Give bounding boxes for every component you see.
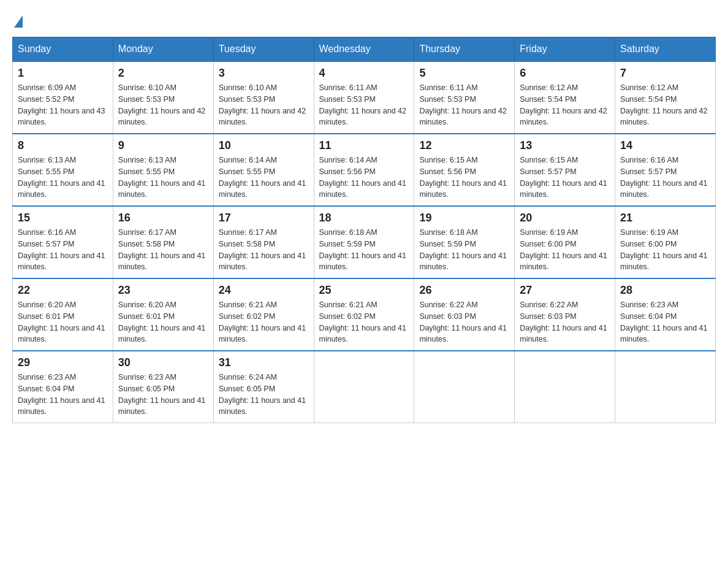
header-monday: Monday	[113, 37, 213, 62]
table-row: 23 Sunrise: 6:20 AMSunset: 6:01 PMDaylig…	[113, 278, 213, 351]
day-number: 30	[118, 356, 208, 369]
day-number: 5	[419, 67, 509, 80]
day-info: Sunrise: 6:15 AMSunset: 5:56 PMDaylight:…	[419, 155, 509, 201]
day-info: Sunrise: 6:18 AMSunset: 5:59 PMDaylight:…	[319, 227, 409, 273]
day-number: 13	[520, 139, 610, 152]
table-row: 5 Sunrise: 6:11 AMSunset: 5:53 PMDayligh…	[414, 61, 515, 134]
table-row: 12 Sunrise: 6:15 AMSunset: 5:56 PMDaylig…	[414, 134, 515, 206]
table-row: 17 Sunrise: 6:17 AMSunset: 5:58 PMDaylig…	[213, 206, 314, 278]
day-number: 19	[419, 212, 509, 224]
day-number: 3	[219, 67, 309, 80]
day-info: Sunrise: 6:24 AMSunset: 6:05 PMDaylight:…	[219, 372, 309, 418]
day-number: 25	[319, 284, 409, 297]
day-number: 14	[620, 139, 710, 152]
header-friday: Friday	[515, 37, 615, 62]
day-number: 20	[520, 212, 610, 224]
week-row-4: 22 Sunrise: 6:20 AMSunset: 6:01 PMDaylig…	[13, 278, 716, 351]
day-info: Sunrise: 6:16 AMSunset: 5:57 PMDaylight:…	[620, 155, 710, 201]
day-info: Sunrise: 6:12 AMSunset: 5:54 PMDaylight:…	[620, 82, 710, 128]
table-row: 27 Sunrise: 6:22 AMSunset: 6:03 PMDaylig…	[515, 278, 615, 351]
logo	[12, 12, 23, 25]
day-number: 23	[118, 284, 208, 297]
day-info: Sunrise: 6:13 AMSunset: 5:55 PMDaylight:…	[118, 155, 208, 201]
day-number: 29	[18, 356, 108, 369]
table-row: 31 Sunrise: 6:24 AMSunset: 6:05 PMDaylig…	[213, 351, 314, 423]
page-header	[12, 12, 716, 25]
day-number: 9	[118, 139, 208, 152]
day-info: Sunrise: 6:16 AMSunset: 5:57 PMDaylight:…	[18, 227, 108, 273]
day-info: Sunrise: 6:22 AMSunset: 6:03 PMDaylight:…	[419, 299, 509, 345]
day-info: Sunrise: 6:10 AMSunset: 5:53 PMDaylight:…	[118, 82, 208, 128]
day-info: Sunrise: 6:13 AMSunset: 5:55 PMDaylight:…	[18, 155, 108, 201]
day-info: Sunrise: 6:17 AMSunset: 5:58 PMDaylight:…	[118, 227, 208, 273]
header-tuesday: Tuesday	[213, 37, 314, 62]
day-info: Sunrise: 6:23 AMSunset: 6:05 PMDaylight:…	[118, 372, 208, 418]
table-row	[615, 351, 716, 423]
day-info: Sunrise: 6:10 AMSunset: 5:53 PMDaylight:…	[219, 82, 309, 128]
table-row: 2 Sunrise: 6:10 AMSunset: 5:53 PMDayligh…	[113, 61, 213, 134]
day-number: 26	[419, 284, 509, 297]
day-info: Sunrise: 6:14 AMSunset: 5:56 PMDaylight:…	[319, 155, 409, 201]
table-row: 29 Sunrise: 6:23 AMSunset: 6:04 PMDaylig…	[13, 351, 113, 423]
day-number: 10	[219, 139, 309, 152]
day-info: Sunrise: 6:09 AMSunset: 5:52 PMDaylight:…	[18, 82, 108, 128]
header-saturday: Saturday	[615, 37, 716, 62]
table-row	[414, 351, 515, 423]
table-row: 15 Sunrise: 6:16 AMSunset: 5:57 PMDaylig…	[13, 206, 113, 278]
day-number: 17	[219, 212, 309, 224]
table-row: 22 Sunrise: 6:20 AMSunset: 6:01 PMDaylig…	[13, 278, 113, 351]
day-info: Sunrise: 6:12 AMSunset: 5:54 PMDaylight:…	[520, 82, 610, 128]
table-row: 30 Sunrise: 6:23 AMSunset: 6:05 PMDaylig…	[113, 351, 213, 423]
header-sunday: Sunday	[13, 37, 113, 62]
header-thursday: Thursday	[414, 37, 515, 62]
day-info: Sunrise: 6:18 AMSunset: 5:59 PMDaylight:…	[419, 227, 509, 273]
header-wednesday: Wednesday	[314, 37, 414, 62]
day-number: 8	[18, 139, 108, 152]
table-row: 20 Sunrise: 6:19 AMSunset: 6:00 PMDaylig…	[515, 206, 615, 278]
day-info: Sunrise: 6:22 AMSunset: 6:03 PMDaylight:…	[520, 299, 610, 345]
day-number: 12	[419, 139, 509, 152]
day-info: Sunrise: 6:21 AMSunset: 6:02 PMDaylight:…	[219, 299, 309, 345]
day-number: 16	[118, 212, 208, 224]
day-number: 31	[219, 356, 309, 369]
table-row: 19 Sunrise: 6:18 AMSunset: 5:59 PMDaylig…	[414, 206, 515, 278]
table-row: 7 Sunrise: 6:12 AMSunset: 5:54 PMDayligh…	[615, 61, 716, 134]
table-row: 8 Sunrise: 6:13 AMSunset: 5:55 PMDayligh…	[13, 134, 113, 206]
table-row: 1 Sunrise: 6:09 AMSunset: 5:52 PMDayligh…	[13, 61, 113, 134]
day-number: 2	[118, 67, 208, 80]
day-info: Sunrise: 6:23 AMSunset: 6:04 PMDaylight:…	[18, 372, 108, 418]
table-row: 16 Sunrise: 6:17 AMSunset: 5:58 PMDaylig…	[113, 206, 213, 278]
table-row: 6 Sunrise: 6:12 AMSunset: 5:54 PMDayligh…	[515, 61, 615, 134]
day-info: Sunrise: 6:11 AMSunset: 5:53 PMDaylight:…	[419, 82, 509, 128]
table-row: 3 Sunrise: 6:10 AMSunset: 5:53 PMDayligh…	[213, 61, 314, 134]
calendar-table: Sunday Monday Tuesday Wednesday Thursday…	[12, 37, 716, 423]
table-row: 14 Sunrise: 6:16 AMSunset: 5:57 PMDaylig…	[615, 134, 716, 206]
table-row: 18 Sunrise: 6:18 AMSunset: 5:59 PMDaylig…	[314, 206, 414, 278]
table-row: 4 Sunrise: 6:11 AMSunset: 5:53 PMDayligh…	[314, 61, 414, 134]
day-info: Sunrise: 6:19 AMSunset: 6:00 PMDaylight:…	[520, 227, 610, 273]
week-row-1: 1 Sunrise: 6:09 AMSunset: 5:52 PMDayligh…	[13, 61, 716, 134]
day-number: 11	[319, 139, 409, 152]
day-number: 22	[18, 284, 108, 297]
day-number: 4	[319, 67, 409, 80]
day-info: Sunrise: 6:15 AMSunset: 5:57 PMDaylight:…	[520, 155, 610, 201]
table-row: 10 Sunrise: 6:14 AMSunset: 5:55 PMDaylig…	[213, 134, 314, 206]
table-row: 26 Sunrise: 6:22 AMSunset: 6:03 PMDaylig…	[414, 278, 515, 351]
table-row: 24 Sunrise: 6:21 AMSunset: 6:02 PMDaylig…	[213, 278, 314, 351]
table-row	[314, 351, 414, 423]
day-number: 6	[520, 67, 610, 80]
table-row: 11 Sunrise: 6:14 AMSunset: 5:56 PMDaylig…	[314, 134, 414, 206]
logo-triangle-icon	[14, 15, 23, 28]
day-number: 15	[18, 212, 108, 224]
header-row: Sunday Monday Tuesday Wednesday Thursday…	[13, 37, 716, 62]
day-info: Sunrise: 6:19 AMSunset: 6:00 PMDaylight:…	[620, 227, 710, 273]
table-row: 21 Sunrise: 6:19 AMSunset: 6:00 PMDaylig…	[615, 206, 716, 278]
day-info: Sunrise: 6:20 AMSunset: 6:01 PMDaylight:…	[18, 299, 108, 345]
day-number: 28	[620, 284, 710, 297]
week-row-5: 29 Sunrise: 6:23 AMSunset: 6:04 PMDaylig…	[13, 351, 716, 423]
day-info: Sunrise: 6:17 AMSunset: 5:58 PMDaylight:…	[219, 227, 309, 273]
table-row: 9 Sunrise: 6:13 AMSunset: 5:55 PMDayligh…	[113, 134, 213, 206]
day-number: 18	[319, 212, 409, 224]
table-row	[515, 351, 615, 423]
table-row: 25 Sunrise: 6:21 AMSunset: 6:02 PMDaylig…	[314, 278, 414, 351]
